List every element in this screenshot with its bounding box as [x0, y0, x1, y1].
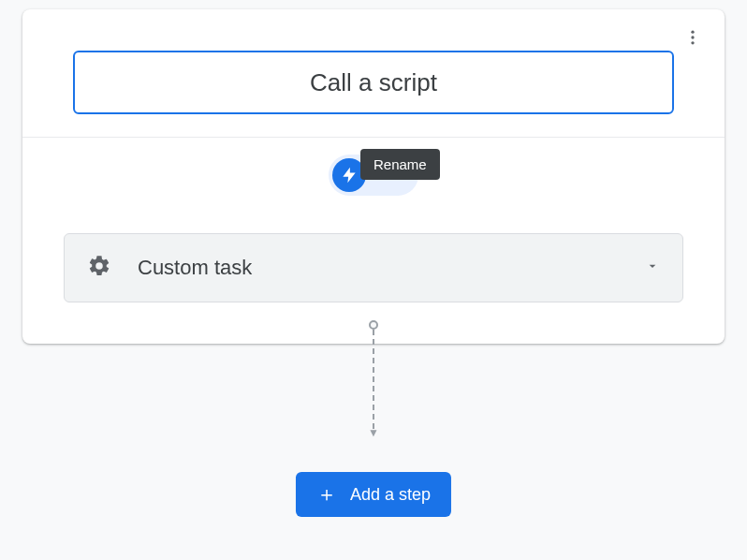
svg-point-0 [691, 31, 694, 34]
trigger-row: k Rename [22, 137, 725, 211]
add-step-button[interactable]: ＋ Add a step [296, 472, 451, 517]
more-vert-icon [683, 28, 702, 47]
svg-point-2 [691, 41, 694, 44]
connector-dash [373, 330, 374, 429]
step-card: k Rename Custom task [22, 9, 725, 344]
bolt-icon [340, 166, 359, 184]
connector-line: ▼ [373, 320, 374, 438]
rename-tooltip: Rename [360, 149, 440, 180]
connector-start-dot [369, 320, 378, 330]
svg-point-1 [691, 36, 694, 38]
plus-icon: ＋ [316, 484, 337, 505]
task-type-select[interactable]: Custom task [64, 233, 683, 302]
add-step-label: Add a step [350, 485, 431, 505]
connector-arrow-icon: ▼ [368, 427, 379, 438]
step-title-input[interactable] [73, 51, 674, 114]
card-header [22, 9, 725, 114]
gear-icon [87, 254, 111, 282]
dropdown-caret-icon [645, 258, 660, 277]
more-options-button[interactable] [678, 22, 708, 52]
task-type-label: Custom task [138, 256, 619, 280]
